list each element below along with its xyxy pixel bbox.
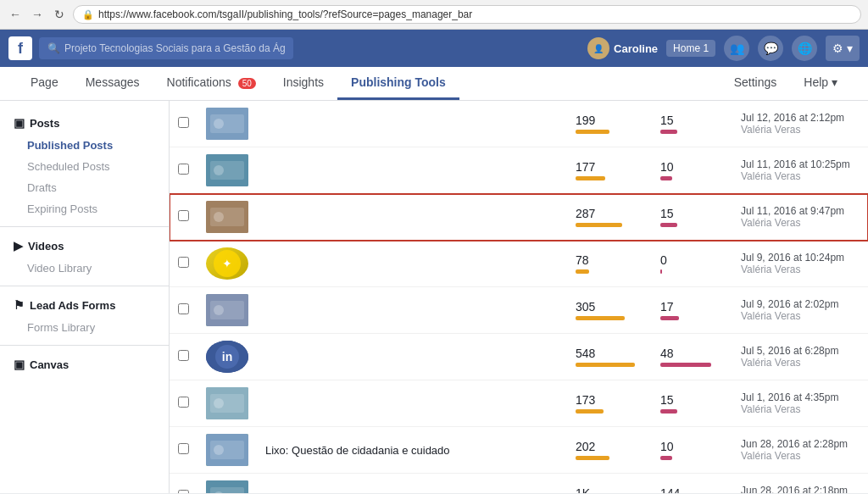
svg-text:✦: ✦	[222, 257, 232, 270]
table-row: 287 15 Jul 11, 2016 at 9:47pm Valéria Ve…	[170, 194, 868, 241]
reach-bar	[576, 316, 625, 320]
reach-count: 287	[576, 207, 643, 220]
reach-bar	[576, 223, 622, 227]
url-text: https://www.facebook.com/tsgaII/publishi…	[98, 8, 472, 20]
reach-count: 305	[576, 300, 643, 314]
forward-button[interactable]: →	[29, 6, 46, 23]
row-checkbox[interactable]	[178, 350, 189, 361]
sidebar-section-posts: ▣ Posts Published Posts Scheduled Posts …	[0, 111, 169, 219]
post-date: Jun 28, 2016 at 2:18pm	[741, 485, 860, 493]
svg-rect-24	[210, 487, 244, 493]
sidebar-item-scheduled-posts[interactable]: Scheduled Posts	[0, 156, 169, 177]
nav-settings[interactable]: Settings	[721, 67, 791, 100]
reach-bar	[576, 269, 589, 274]
post-author: Valéria Veras	[741, 310, 860, 322]
nav-help[interactable]: Help ▾	[790, 67, 851, 100]
engagement-count: 15	[660, 207, 724, 220]
sidebar-section-videos-title: ▶ Videos	[0, 234, 169, 258]
sidebar: ▣ Posts Published Posts Scheduled Posts …	[0, 101, 170, 493]
back-button[interactable]: ←	[7, 6, 24, 23]
browser-chrome: ← → ↻ 🔒 https://www.facebook.com/tsgaII/…	[0, 0, 868, 30]
row-checkbox[interactable]	[178, 164, 189, 175]
post-author: Valéria Veras	[741, 217, 860, 229]
post-date: Jul 11, 2016 at 10:25pm	[741, 158, 860, 170]
reach-count: 177	[576, 160, 643, 174]
engagement-count: 15	[660, 114, 724, 127]
notifications-badge: 50	[238, 78, 256, 89]
sidebar-item-drafts[interactable]: Drafts	[0, 177, 169, 198]
nav-messages[interactable]: Messages	[72, 67, 153, 100]
row-checkbox[interactable]	[178, 257, 189, 268]
nav-page[interactable]: Page	[17, 67, 72, 100]
svg-point-8	[214, 212, 224, 222]
reach-bar	[576, 456, 609, 460]
browser-toolbar: ← → ↻ 🔒 https://www.facebook.com/tsgaII/…	[0, 0, 868, 29]
reach-bar	[576, 130, 609, 134]
sidebar-section-lead-ads-title: ⚑ Lead Ads Forms	[0, 293, 169, 317]
table-row: 199 15 Jul 12, 2016 at 2:12pm Valéria Ve…	[170, 101, 868, 147]
videos-icon: ▶	[14, 239, 23, 253]
engagement-count: 10	[660, 440, 724, 453]
search-input[interactable]	[64, 42, 285, 54]
engagement-bar	[660, 363, 711, 367]
canvas-icon: ▣	[14, 358, 25, 371]
engagement-count: 10	[660, 160, 724, 174]
table-row: 1K 144 Jun 28, 2016 at 2:18pm Valéria Ve…	[170, 474, 868, 494]
row-checkbox[interactable]	[178, 397, 189, 408]
engagement-count: 144	[660, 486, 724, 493]
table-row: 177 10 Jul 11, 2016 at 10:25pm Valéria V…	[170, 147, 868, 194]
svg-point-5	[214, 165, 224, 175]
nav-insights[interactable]: Insights	[270, 67, 337, 100]
reach-count: 1K	[576, 486, 643, 493]
sidebar-item-video-library[interactable]: Video Library	[0, 258, 169, 279]
post-date: Jul 1, 2016 at 4:35pm	[741, 391, 860, 403]
sidebar-item-published-posts[interactable]: Published Posts	[0, 135, 169, 156]
settings-menu-icon[interactable]: ⚙ ▾	[826, 36, 860, 61]
nav-notifications[interactable]: Notifications 50	[153, 67, 270, 100]
post-thumbnail	[206, 387, 248, 419]
post-author: Valéria Veras	[741, 264, 860, 275]
row-checkbox[interactable]	[178, 117, 189, 128]
home-button[interactable]: Home 1	[666, 40, 715, 57]
reach-count: 202	[576, 440, 643, 453]
sidebar-divider-3	[0, 345, 169, 346]
post-date: Jul 9, 2016 at 10:24pm	[741, 252, 860, 264]
globe-icon[interactable]: 🌐	[792, 36, 817, 61]
post-author: Valéria Veras	[741, 170, 860, 182]
main-layout: ▣ Posts Published Posts Scheduled Posts …	[0, 101, 868, 493]
engagement-bar	[660, 269, 662, 274]
table-row: Lixo: Questão de cidadania e cuidado 202…	[170, 427, 868, 474]
post-author: Valéria Veras	[741, 357, 860, 369]
post-title: Lixo: Questão de cidadania e cuidado	[265, 444, 450, 457]
post-thumbnail: ✦	[206, 247, 248, 280]
post-date: Jul 12, 2016 at 2:12pm	[741, 112, 860, 124]
table-row: in 548 48 Jul 5, 2016 at 6:28pm Valéria …	[170, 334, 868, 380]
post-thumbnail: in	[206, 341, 248, 373]
friends-icon[interactable]: 👥	[724, 36, 749, 61]
post-date: Jul 11, 2016 at 9:47pm	[741, 205, 860, 217]
row-checkbox[interactable]	[178, 303, 189, 314]
engagement-bar	[660, 176, 672, 180]
nav-publishing-tools[interactable]: Publishing Tools	[337, 67, 459, 100]
row-checkbox[interactable]	[178, 490, 189, 493]
engagement-bar	[660, 456, 672, 460]
address-bar[interactable]: 🔒 https://www.facebook.com/tsgaII/publis…	[73, 5, 861, 24]
sidebar-section-videos: ▶ Videos Video Library	[0, 234, 169, 279]
lock-icon: 🔒	[82, 9, 94, 20]
row-checkbox[interactable]	[178, 210, 189, 221]
user-name: Caroline	[614, 42, 658, 55]
reach-count: 78	[576, 253, 643, 267]
fb-search-bar[interactable]: 🔍	[39, 37, 293, 59]
post-author: Valéria Veras	[741, 450, 860, 462]
fb-user-profile[interactable]: 👤 Caroline	[587, 37, 658, 59]
sidebar-item-expiring-posts[interactable]: Expiring Posts	[0, 198, 169, 219]
refresh-button[interactable]: ↻	[51, 6, 68, 23]
table-row: ✦ 78 0 Jul 9, 2016 at 10:24pm Valéria Ve…	[170, 241, 868, 287]
sidebar-item-forms-library[interactable]: Forms Library	[0, 317, 169, 338]
engagement-count: 15	[660, 393, 724, 407]
messages-icon[interactable]: 💬	[758, 36, 783, 61]
posts-icon: ▣	[14, 116, 25, 130]
posts-table: 199 15 Jul 12, 2016 at 2:12pm Valéria Ve…	[170, 101, 868, 493]
post-thumbnail	[206, 434, 248, 466]
row-checkbox[interactable]	[178, 443, 189, 454]
